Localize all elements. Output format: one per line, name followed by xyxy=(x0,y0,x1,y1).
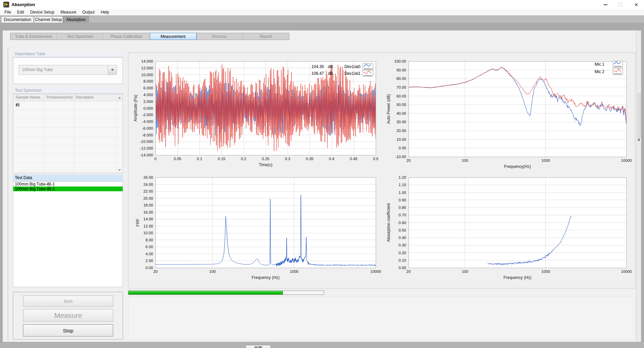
subtab-measurement[interactable]: Measurement xyxy=(150,33,196,40)
impedance-tube-header: Impendace Tube xyxy=(13,51,123,57)
menu-item-output[interactable]: Output xyxy=(79,10,98,15)
maximize-icon xyxy=(619,3,622,6)
list-item-test-data-1[interactable]: 100mm Big Tube-棉-1 xyxy=(13,182,123,187)
svg-text:0.45: 0.45 xyxy=(350,157,357,161)
menu-item-help[interactable]: Help xyxy=(98,10,112,15)
svg-text:70.00: 70.00 xyxy=(396,85,406,89)
scroll-down-icon[interactable] xyxy=(118,169,121,171)
svg-text:1.00: 1.00 xyxy=(399,191,406,195)
chart-autopower: -10.000.0010.0020.0030.0040.0050.0060.00… xyxy=(386,59,632,169)
charts-svg: -14.000-12.000-10.000-8.000-6.000-4.000-… xyxy=(128,53,635,288)
svg-text:0.30: 0.30 xyxy=(399,243,406,247)
bottom-tab-draw[interactable]: 画图 xyxy=(246,345,271,348)
collapse-left-icon[interactable] xyxy=(638,138,640,142)
svg-text:0.5: 0.5 xyxy=(373,157,378,161)
svg-text:0.20: 0.20 xyxy=(399,251,406,255)
svg-text:0.05: 0.05 xyxy=(174,157,181,161)
svg-text:0.40: 0.40 xyxy=(399,236,406,240)
svg-text:50.00: 50.00 xyxy=(396,103,406,107)
column-discription: Discription xyxy=(76,95,94,99)
svg-text:30.00: 30.00 xyxy=(396,120,406,124)
progress-fill xyxy=(128,291,283,295)
control-button-panel: Arm Measure Stop xyxy=(13,292,123,340)
arm-button[interactable]: Arm xyxy=(23,296,113,307)
menu-item-edit[interactable]: Edit xyxy=(14,10,27,15)
menu-item-measure[interactable]: Measure xyxy=(57,10,79,15)
splitter-thumb[interactable] xyxy=(638,93,641,138)
svg-text:-4.000: -4.000 xyxy=(142,119,153,124)
charts-area: -14.000-12.000-10.000-8.000-6.000-4.000-… xyxy=(128,52,635,288)
x-axis-title: Frequency (Hz) xyxy=(252,275,280,280)
svg-text:0.000: 0.000 xyxy=(143,106,153,110)
close-button[interactable]: ✕ xyxy=(630,0,642,9)
svg-text:6.00: 6.00 xyxy=(146,245,153,249)
svg-text:10.00: 10.00 xyxy=(396,137,406,142)
subtab-phase-calibration[interactable]: Phase Calibration xyxy=(103,33,150,40)
svg-text:100: 100 xyxy=(462,158,468,162)
svg-text:dB: dB xyxy=(328,64,333,69)
tab-absorption[interactable]: Absorption xyxy=(63,16,89,23)
subtab-process[interactable]: Process xyxy=(196,33,243,40)
svg-text:16.00: 16.00 xyxy=(143,210,153,214)
svg-text:0.2: 0.2 xyxy=(241,157,246,161)
y-axis-title: Absorption coefficient xyxy=(386,203,391,242)
group-border-line xyxy=(8,47,8,341)
tab-channel-setup[interactable]: Channel Setup xyxy=(34,16,63,23)
svg-text:2.000: 2.000 xyxy=(143,100,153,104)
menu-item-file[interactable]: File xyxy=(1,10,14,15)
table-header-row: Sample Name Thickness(mm) Discription xyxy=(13,94,123,101)
subtab-tube-environment[interactable]: Tube & Environment xyxy=(11,33,57,40)
test-data-list[interactable]: 100mm Big Tube-棉-1 100mm Big Tube-棉-2 xyxy=(13,181,123,287)
svg-text:10.00: 10.00 xyxy=(143,231,153,235)
menu-bar: File Edit Device Setup Measure Output He… xyxy=(0,9,644,16)
column-sample-name: Sample Name xyxy=(16,95,40,99)
x-axis-title: Frequency(Hz) xyxy=(504,164,531,169)
tube-select-dropdown[interactable]: 100mm Big Tube xyxy=(19,65,117,75)
svg-text:12.000: 12.000 xyxy=(141,66,153,70)
svg-text:0.25: 0.25 xyxy=(262,157,269,161)
svg-text:1.10: 1.10 xyxy=(399,183,406,187)
right-splitter-bar[interactable] xyxy=(636,30,641,342)
svg-text:90.00: 90.00 xyxy=(396,68,406,72)
measure-button[interactable]: Measure xyxy=(23,309,113,322)
maximize-button[interactable] xyxy=(614,0,626,9)
svg-text:0: 0 xyxy=(154,157,157,161)
test-specimen-header: Test Specimen xyxy=(13,87,123,94)
tab-documentation[interactable]: Documentation xyxy=(1,16,34,23)
test-specimen-table[interactable]: Sample Name Thickness(mm) Discription 棉 xyxy=(13,94,123,173)
svg-text:Mic 1: Mic 1 xyxy=(595,62,604,67)
svg-text:0.70: 0.70 xyxy=(399,213,406,217)
svg-text:1000: 1000 xyxy=(290,269,298,274)
x-axis-title: Frequency (Hz) xyxy=(503,275,532,280)
table-body[interactable]: 棉 xyxy=(13,101,123,173)
svg-text:100.00: 100.00 xyxy=(394,59,406,63)
svg-text:0.3: 0.3 xyxy=(285,157,290,161)
svg-text:80.00: 80.00 xyxy=(396,77,406,81)
svg-text:20: 20 xyxy=(407,158,411,162)
svg-text:0.90: 0.90 xyxy=(399,198,406,202)
svg-text:6.000: 6.000 xyxy=(143,86,153,90)
table-row-sample-name[interactable]: 棉 xyxy=(16,102,20,108)
list-item-test-data-2[interactable]: 100mm Big Tube-棉-2 xyxy=(13,187,123,191)
subtab-report[interactable]: Report xyxy=(243,33,289,40)
svg-text:1000: 1000 xyxy=(541,269,550,274)
content-panel: Tube & Environment Test Specimen Phase C… xyxy=(3,30,638,342)
chart-absorption: 0.000.100.200.300.400.500.600.700.800.90… xyxy=(386,175,632,280)
svg-text:0.60: 0.60 xyxy=(399,221,406,225)
chevron-down-icon xyxy=(111,69,114,71)
column-thickness: Thickness(mm) xyxy=(46,95,73,99)
svg-text:dB: dB xyxy=(328,71,333,76)
minimize-button[interactable] xyxy=(599,0,611,9)
svg-text:-8.000: -8.000 xyxy=(142,133,153,137)
chart-frf: 0.002.004.006.008.0010.0012.0014.0016.00… xyxy=(136,175,381,280)
stop-button[interactable]: Stop xyxy=(23,324,113,336)
scroll-up-icon[interactable] xyxy=(118,97,121,99)
menu-item-device-setup[interactable]: Device Setup xyxy=(27,10,57,15)
subtab-test-specimen[interactable]: Test Specimen xyxy=(57,33,103,40)
svg-text:0.00: 0.00 xyxy=(146,266,153,270)
dropdown-button[interactable] xyxy=(108,65,117,74)
main-tab-bar: Documentation Channel Setup Absorption xyxy=(0,16,644,23)
close-icon: ✕ xyxy=(634,2,638,7)
svg-text:0.10: 0.10 xyxy=(399,258,406,262)
sub-tab-bar: Tube & Environment Test Specimen Phase C… xyxy=(10,33,289,40)
